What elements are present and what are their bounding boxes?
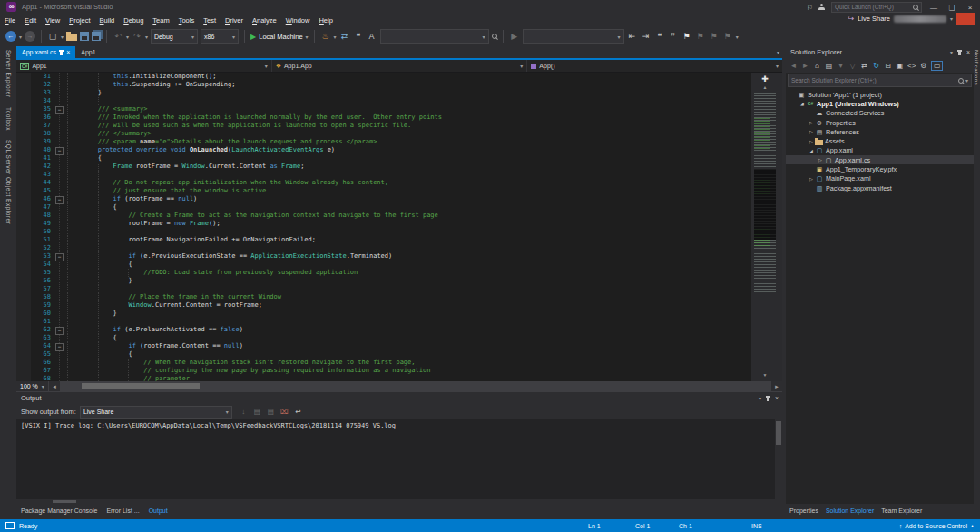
code-line[interactable]: 31 this.InitializeComponent(); (16, 73, 751, 81)
save-icon[interactable] (80, 32, 89, 41)
add-to-source-control-button[interactable]: ↑ Add to Source Control ▲ (899, 523, 975, 529)
comment-icon[interactable]: ❝ (654, 31, 665, 42)
code-line[interactable]: 60 } (16, 310, 751, 318)
menu-build[interactable]: Build (95, 16, 120, 25)
run-gray-icon[interactable]: ▶ (509, 31, 520, 42)
fold-toggle-icon[interactable]: − (55, 147, 64, 155)
dropdown-caret-icon[interactable]: ▾ (736, 34, 739, 40)
dropdown-caret-icon[interactable]: ▾ (61, 34, 64, 40)
code-line[interactable]: 37 /// will be used such as when the app… (16, 122, 751, 130)
code-line[interactable]: 65 { (16, 350, 751, 359)
menu-view[interactable]: View (41, 16, 64, 25)
account-caret-icon[interactable]: ▾ (950, 15, 953, 22)
view-code-icon[interactable]: <> (907, 62, 916, 70)
output-content[interactable]: [VSIX I] Trace log: C:\Users\EUROCOM\App… (16, 419, 782, 499)
menu-edit[interactable]: Edit (20, 16, 41, 25)
menu-window[interactable]: Window (281, 16, 315, 25)
solution-explorer-search-input[interactable]: Search Solution Explorer (Ctrl+;) ▾ (788, 74, 972, 87)
user-avatar[interactable] (956, 13, 975, 25)
dropdown-caret-icon[interactable]: ▾ (126, 34, 129, 40)
attach-to-process-icon[interactable]: ⇄ (339, 31, 350, 42)
expanded-arrow-icon[interactable]: ◢ (808, 148, 815, 153)
solution-platforms-dropdown[interactable]: x86▾ (201, 29, 239, 44)
code-line[interactable]: 34 (16, 97, 751, 105)
find-icon[interactable] (492, 34, 497, 39)
close-button[interactable]: × (964, 4, 976, 12)
type-dropdown[interactable]: ❖ App1.App▾ (272, 60, 528, 72)
panel-tab-team-explorer[interactable]: Team Explorer (881, 507, 922, 514)
find-combo[interactable]: ▾ (380, 29, 489, 44)
pending-changes-filter-icon[interactable]: ▽ (848, 62, 857, 70)
word-wrap-icon[interactable]: ↩ (294, 408, 302, 416)
title-bar[interactable]: ∞ App1 - Microsoft Visual Studio ⚐ Quick… (0, 0, 980, 14)
collapsed-arrow-icon[interactable]: ▷ (808, 129, 815, 134)
split-handle-icon[interactable]: ✚ (751, 74, 779, 84)
code-line[interactable]: 42 Frame rootFrame = Window.Current.Cont… (16, 163, 751, 171)
member-dropdown[interactable]: App()▾ (527, 60, 782, 72)
panel-tab-solution-explorer[interactable]: Solution Explorer (826, 507, 874, 514)
save-all-icon[interactable] (92, 32, 101, 41)
code-line[interactable]: 39 /// <param name="e">Details about the… (16, 138, 751, 146)
dropdown-caret-icon[interactable]: ▾ (145, 34, 148, 40)
pin-icon[interactable] (958, 51, 961, 55)
restore-button[interactable]: ❑ (946, 4, 958, 12)
side-tab-toolbox[interactable]: Toolbox (5, 107, 12, 131)
pin-icon[interactable] (767, 397, 769, 401)
notifications-tab[interactable]: Notifications (974, 50, 979, 85)
code-line[interactable]: 59 Window.Current.Content = rootFrame; (16, 301, 751, 310)
code-line[interactable]: 33 } (16, 89, 751, 97)
start-debugging-button[interactable]: ▶Local Machine▾ (250, 33, 309, 41)
close-tab-icon[interactable]: × (66, 46, 70, 58)
close-panel-icon[interactable]: × (966, 49, 970, 55)
pin-tab-icon[interactable] (60, 51, 63, 55)
nav-back-icon[interactable]: ← (5, 31, 16, 42)
fold-toggle-icon[interactable]: − (55, 327, 64, 335)
tree-item-properties[interactable]: ▷⚙Properties (786, 118, 974, 127)
code-line[interactable]: 40− protected override void OnLaunched(L… (16, 146, 751, 154)
prev-message-icon[interactable]: ▤ (253, 408, 261, 416)
panel-tab-output[interactable]: Output (149, 507, 168, 514)
output-vertical-scrollbar[interactable] (775, 419, 782, 499)
find-symbol-combo[interactable]: ▾ (523, 29, 624, 44)
fold-toggle-icon[interactable]: − (55, 196, 64, 204)
horizontal-scrollbar-thumb[interactable] (82, 383, 200, 389)
code-line[interactable]: 67 // configuring the new page by passin… (16, 367, 751, 375)
solution-explorer-header[interactable]: Solution Explorer ▾ × (786, 46, 974, 58)
goto-message-icon[interactable]: ↓ (240, 408, 248, 416)
collapse-all-icon[interactable]: ⊟ (884, 62, 892, 70)
code-line[interactable]: 61 (16, 318, 751, 326)
prev-bookmark-icon[interactable]: ⚑ (695, 31, 706, 42)
tree-item-assets[interactable]: ▷Assets (786, 136, 974, 145)
code-line[interactable]: 56 } (16, 277, 751, 285)
panel-tab-properties[interactable]: Properties (789, 507, 818, 514)
switch-views-icon[interactable]: ▤ (825, 62, 833, 70)
code-line[interactable]: 49 rootFrame = new Frame(); (16, 220, 751, 228)
fold-toggle-icon[interactable]: − (55, 253, 64, 261)
output-panel-header[interactable]: Output ▾ × (16, 392, 782, 404)
code-line[interactable]: 66 // When the navigation stack isn't re… (16, 359, 751, 367)
close-panel-icon[interactable]: × (775, 395, 779, 401)
new-project-icon[interactable]: ▢ (47, 31, 58, 42)
next-message-icon[interactable]: ▤ (267, 408, 275, 416)
scroll-up-icon[interactable]: ▲ (751, 84, 779, 90)
solution-configurations-dropdown[interactable]: Debug▾ (151, 29, 198, 44)
show-all-files-icon[interactable]: ▣ (896, 62, 904, 70)
next-bookmark-icon[interactable]: ⚑ (709, 31, 720, 42)
tab-list-caret-icon[interactable]: ▾ (777, 49, 779, 55)
menu-driver[interactable]: Driver (220, 16, 248, 25)
forward-icon[interactable]: ► (801, 62, 809, 70)
minimize-button[interactable]: — (927, 4, 940, 12)
code-line[interactable]: 68 // parameter (16, 375, 751, 381)
code-line[interactable]: 51 rootFrame.NavigationFailed += OnNavig… (16, 236, 751, 244)
refresh-icon[interactable]: ↻ (872, 62, 880, 70)
preview-selected-items-icon[interactable]: ▭ (931, 61, 943, 71)
code-line[interactable]: 47 { (16, 203, 751, 212)
scroll-right-icon[interactable]: ► (771, 384, 782, 389)
bookmark-icon[interactable]: ⚑ (681, 31, 692, 42)
menu-tools[interactable]: Tools (174, 16, 200, 25)
dropdown-caret-icon[interactable]: ▾ (334, 34, 337, 40)
code-editor[interactable]: 31 this.InitializeComponent();32 this.Su… (16, 73, 751, 381)
tree-item-app1-temporarykey-pfx[interactable]: ▣App1_TemporaryKey.pfx (786, 164, 974, 173)
menu-debug[interactable]: Debug (119, 16, 148, 25)
window-position-caret-icon[interactable]: ▾ (950, 49, 953, 55)
